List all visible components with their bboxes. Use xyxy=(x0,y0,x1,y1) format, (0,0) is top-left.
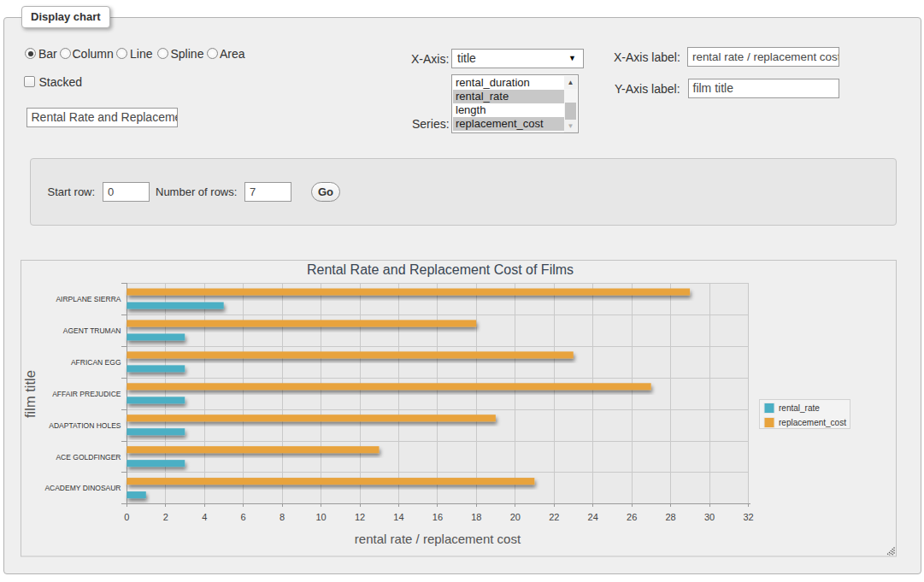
svg-text:22: 22 xyxy=(549,512,559,522)
svg-text:rental_rate: rental_rate xyxy=(779,403,820,413)
svg-text:film title: film title xyxy=(22,370,38,418)
svg-text:8: 8 xyxy=(280,512,285,522)
svg-text:14: 14 xyxy=(393,512,403,522)
svg-text:replacement_cost: replacement_cost xyxy=(779,418,846,427)
svg-text:AFFAIR PREJUDICE: AFFAIR PREJUDICE xyxy=(52,390,121,398)
svg-text:ACE GOLDFINGER: ACE GOLDFINGER xyxy=(56,453,121,461)
svg-text:32: 32 xyxy=(743,512,753,522)
svg-text:10: 10 xyxy=(315,512,326,522)
svg-text:Rental Rate and Replacement Co: Rental Rate and Replacement Cost of Film… xyxy=(307,262,574,277)
svg-text:24: 24 xyxy=(588,512,598,522)
svg-text:rental rate / replacement cost: rental rate / replacement cost xyxy=(355,532,521,546)
svg-text:20: 20 xyxy=(510,512,521,522)
svg-text:AFRICAN EGG: AFRICAN EGG xyxy=(71,358,121,367)
svg-text:28: 28 xyxy=(665,512,675,522)
svg-text:18: 18 xyxy=(471,512,481,522)
svg-text:6: 6 xyxy=(241,512,246,522)
svg-text:ADAPTATION HOLES: ADAPTATION HOLES xyxy=(49,421,121,430)
svg-text:0: 0 xyxy=(124,512,129,522)
svg-text:ACADEMY DINOSAUR: ACADEMY DINOSAUR xyxy=(44,484,121,492)
svg-text:12: 12 xyxy=(355,512,365,522)
svg-text:26: 26 xyxy=(627,512,637,522)
svg-text:2: 2 xyxy=(163,512,168,522)
svg-text:AIRPLANE SIERRA: AIRPLANE SIERRA xyxy=(56,295,121,303)
svg-text:AGENT TRUMAN: AGENT TRUMAN xyxy=(63,326,121,335)
svg-text:16: 16 xyxy=(433,512,443,522)
svg-text:4: 4 xyxy=(202,512,207,522)
svg-text:30: 30 xyxy=(704,512,715,522)
